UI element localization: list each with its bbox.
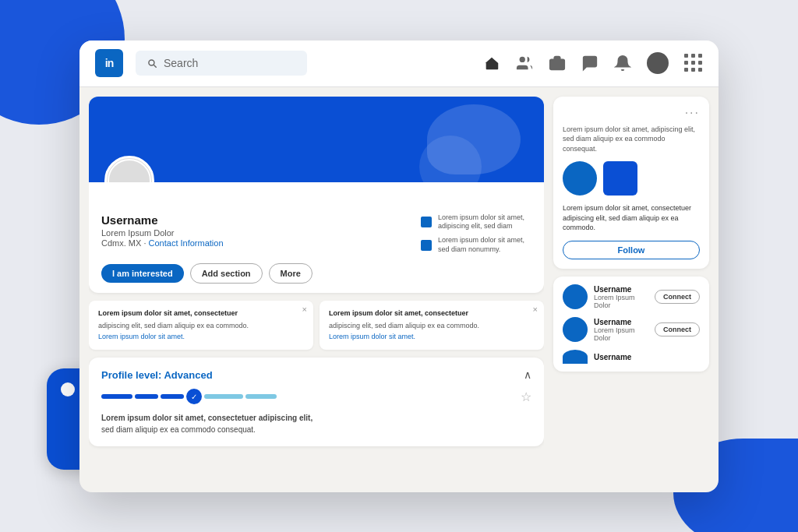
sidebar-ad-card: ··· Lorem ipsum dolor sit amet, adipisci…	[553, 97, 709, 270]
nav-messaging[interactable]	[581, 55, 598, 72]
profile-avatar-wrapper	[104, 156, 154, 182]
main-content: Username Lorem Ipsum Dolor Cdmx. MX · Co…	[79, 87, 719, 492]
progress-check: ✓	[186, 389, 202, 404]
stat-text-2: Lorem ipsum dolor sit amet, sed diam non…	[438, 236, 531, 254]
activity-body-1: adipiscing elit, sed diam aliquip ex ea …	[98, 321, 304, 331]
activity-close-2[interactable]: ×	[533, 305, 538, 314]
connect-button-1[interactable]: Connect	[655, 290, 700, 304]
stat-box-1	[421, 217, 432, 227]
profile-actions: I am interested Add section More	[89, 263, 544, 293]
stat-item-1: Lorem ipsum dolor sit amet, adipiscing e…	[421, 213, 531, 231]
media-square	[603, 161, 637, 196]
person-avatar-3	[563, 350, 588, 364]
activity-title-2: Lorem ipsum dolor sit amet, consectetuer	[329, 308, 535, 319]
activity-title-1: Lorem ipsum dolor sit amet, consectetuer	[98, 308, 304, 319]
card-menu-dots[interactable]: ···	[563, 106, 700, 120]
people-icon	[516, 55, 533, 72]
person-info-2: Username Lorem Ipsum Dolor	[594, 318, 648, 342]
logo-dot	[61, 382, 75, 396]
profile-level-card: Profile level: Advanced ∧ ✓ ☆	[89, 358, 544, 446]
person-title-2: Lorem Ipsum Dolor	[594, 326, 648, 342]
grid-dot	[698, 61, 702, 65]
progress-segments: ✓	[101, 389, 514, 404]
people-card: Username Lorem Ipsum Dolor Connect Usern…	[553, 277, 709, 372]
person-avatar-2	[563, 317, 588, 342]
more-button[interactable]: More	[269, 263, 312, 284]
level-description: Lorem ipsum dolor sit amet, consectetuer…	[101, 412, 531, 435]
activity-link-2[interactable]: Lorem ipsum dolor sit amet.	[329, 333, 415, 340]
logo-in: in	[105, 57, 113, 69]
browser-window: in Search	[79, 41, 719, 492]
profile-details-left: Username Lorem Ipsum Dolor Cdmx. MX · Co…	[101, 213, 408, 255]
person-title-1: Lorem Ipsum Dolor	[594, 294, 648, 309]
sidebar-card-body: Lorem ipsum dolor sit amet, consectetuer…	[563, 203, 700, 233]
profile-card: Username Lorem Ipsum Dolor Cdmx. MX · Co…	[89, 97, 544, 294]
sidebar-right: ··· Lorem ipsum dolor sit amet, adipisci…	[553, 97, 709, 483]
follow-button[interactable]: Follow	[563, 241, 700, 259]
level-desc-text: sed diam aliquip ex ea commodo consequat…	[101, 425, 256, 434]
level-header: Profile level: Advanced ∧	[101, 368, 531, 381]
progress-bar: ✓ ☆	[101, 389, 531, 404]
profile-title: Lorem Ipsum Dolor	[101, 228, 408, 238]
interested-button[interactable]: I am interested	[101, 264, 184, 283]
svg-rect-1	[550, 59, 564, 69]
grid-dot	[698, 54, 702, 58]
grid-dot	[684, 68, 688, 72]
seg-5	[245, 394, 277, 399]
profile-name: Username	[101, 213, 408, 227]
person-name-1: Username	[594, 285, 648, 294]
nav-jobs[interactable]	[549, 55, 566, 72]
media-circle	[563, 161, 597, 196]
search-bar[interactable]: Search	[136, 51, 307, 76]
profile-column: Username Lorem Ipsum Dolor Cdmx. MX · Co…	[89, 97, 544, 483]
activity-link-1[interactable]: Lorem ipsum dolor sit amet.	[98, 333, 185, 340]
progress-star-icon[interactable]: ☆	[521, 389, 531, 404]
level-title: Profile level: Advanced	[101, 369, 213, 381]
profile-stats: Lorem ipsum dolor sit amet, adipiscing e…	[421, 213, 531, 255]
grid-dot	[691, 68, 695, 72]
person-item-1: Username Lorem Ipsum Dolor Connect	[563, 284, 700, 309]
person-avatar-1	[563, 284, 588, 309]
grid-dot	[698, 68, 702, 72]
level-chevron-icon[interactable]: ∧	[524, 368, 531, 381]
profile-banner	[89, 97, 544, 182]
bell-icon	[614, 55, 631, 72]
nav-notifications[interactable]	[614, 55, 631, 72]
person-item-2: Username Lorem Ipsum Dolor Connect	[563, 317, 700, 342]
level-desc-bold: Lorem ipsum dolor sit amet, consectetuer…	[101, 414, 312, 422]
nav-avatar[interactable]	[647, 52, 669, 74]
person-info-3: Username	[594, 353, 700, 361]
sidebar-ad-desc: Lorem ipsum dolor sit amet, adipiscing e…	[563, 125, 700, 154]
grid-dot	[691, 61, 695, 65]
svg-point-0	[520, 57, 525, 62]
connect-button-2[interactable]: Connect	[655, 322, 700, 336]
chat-icon	[581, 55, 598, 72]
activity-close-1[interactable]: ×	[302, 305, 307, 314]
search-icon	[147, 58, 157, 69]
nav-apps[interactable]	[684, 54, 703, 72]
grid-dot	[684, 61, 688, 65]
linkedin-logo: in	[95, 49, 123, 77]
seg-4	[204, 394, 243, 399]
contact-link[interactable]: Contact Information	[149, 238, 224, 248]
activity-card-2: × Lorem ipsum dolor sit amet, consectetu…	[320, 301, 544, 350]
home-icon	[483, 55, 500, 72]
briefcase-icon	[549, 55, 566, 72]
seg-2	[135, 394, 158, 399]
stat-box-2	[421, 240, 432, 251]
activity-body-2: adipiscing elit, sed diam aliquip ex ea …	[329, 321, 535, 331]
profile-location: Cdmx. MX · Contact Information	[101, 238, 408, 248]
nav-network[interactable]	[516, 55, 533, 72]
grid-dot	[684, 54, 688, 58]
search-placeholder: Search	[164, 57, 198, 69]
person-item-3-partial: Username	[563, 350, 700, 364]
stat-item-2: Lorem ipsum dolor sit amet, sed diam non…	[421, 236, 531, 254]
activity-cards-row: × Lorem ipsum dolor sit amet, consectetu…	[89, 301, 544, 350]
profile-avatar	[108, 159, 151, 182]
seg-3	[161, 394, 184, 399]
stat-text-1: Lorem ipsum dolor sit amet, adipiscing e…	[438, 213, 531, 231]
add-section-button[interactable]: Add section	[190, 263, 263, 284]
nav-bar: in Search	[79, 41, 719, 87]
nav-home[interactable]	[483, 55, 500, 72]
profile-info: Username Lorem Ipsum Dolor Cdmx. MX · Co…	[89, 182, 544, 264]
